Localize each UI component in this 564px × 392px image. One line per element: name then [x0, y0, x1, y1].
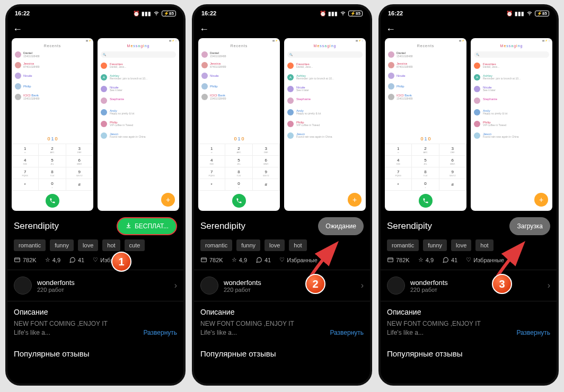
messages-header: Messaging: [98, 42, 179, 49]
tag[interactable]: romantic: [387, 239, 419, 251]
svg-rect-1: [201, 258, 207, 262]
preview-messages[interactable]: ▮▮ ⚡ ⋮ Messaging 🔍 FavoritesDaniel, Jess…: [284, 38, 366, 211]
theme-title: Serendipity: [14, 221, 112, 231]
alarm-icon: ⏰: [320, 11, 326, 16]
description-heading: Описание: [14, 308, 177, 316]
annotation-badge-3: 3: [492, 274, 512, 294]
author-row[interactable]: wonderfonts 220 работ ›: [381, 270, 557, 301]
free-button-label: БЕСПЛАТ...: [135, 222, 169, 230]
status-bar: 16:22 ⏰ ▮▮▮ ⚡85: [7, 6, 183, 20]
theme-title: Serendipity: [200, 221, 314, 231]
compose-fab[interactable]: +: [161, 193, 175, 207]
statusbar-time: 16:22: [388, 10, 403, 16]
annotation-badge-1: 1: [111, 252, 131, 272]
phone-screenshot-3: 16:22 ⏰ ▮▮▮ ⚡85 ← ▮▮ ⚡ Recents Daniel154…: [378, 4, 559, 386]
tag[interactable]: love: [451, 239, 471, 251]
stat-rating: ☆ 4,9: [45, 256, 60, 263]
chevron-right-icon: ›: [548, 281, 550, 290]
messages-search[interactable]: 🔍: [101, 51, 176, 58]
expand-link[interactable]: Развернуть: [330, 328, 364, 337]
back-arrow-icon[interactable]: ←: [199, 24, 209, 35]
download-icon: [125, 222, 132, 230]
annotation-badge-2: 2: [305, 274, 325, 294]
description-line1: NEW FONT COMING ,ENJOY IT: [14, 320, 108, 327]
preview-messages[interactable]: ▮▮ ⚡ ⋮ Messaging 🔍 FavoritesDaniel, Jess…: [471, 38, 552, 211]
chevron-right-icon: ›: [174, 281, 177, 290]
status-bar: 16:22 ⏰ ▮▮▮ ⚡85: [194, 6, 370, 20]
waiting-button[interactable]: Ожидание: [318, 217, 364, 235]
phone-screenshot-2: 16:22 ⏰ ▮▮▮ ⚡85 ← ▮▮ ⚡ Recents Daniel154…: [192, 4, 372, 386]
download-free-button[interactable]: БЕСПЛАТ...: [117, 217, 177, 235]
signal-icon: ▮▮▮: [142, 11, 151, 16]
dialed-digits: 010: [12, 134, 93, 144]
alarm-icon: ⏰: [506, 11, 513, 16]
statusbar-indicators: ⏰ ▮▮▮ ⚡85: [133, 10, 176, 17]
preview-dialer[interactable]: ▮▮ ⚡ Recents Daniel15401028488 Jessica87…: [12, 38, 93, 211]
preview-dialer[interactable]: ▮▮ ⚡ Recents Daniel15401028488 Jessica87…: [198, 38, 280, 211]
statusbar-time: 16:22: [201, 10, 216, 16]
svg-rect-2: [388, 258, 393, 262]
svg-rect-0: [15, 258, 20, 262]
tag[interactable]: love: [265, 239, 285, 251]
tag[interactable]: funny: [50, 239, 74, 251]
stats-row: 782K ☆ 4,9 41 ♡ Избранные: [7, 256, 183, 270]
tag[interactable]: cute: [125, 239, 145, 251]
description-section: Описание NEW FONT COMING ,ENJOY IT Life'…: [7, 301, 183, 344]
chevron-right-icon: ›: [361, 281, 364, 290]
wifi-icon: [153, 10, 160, 17]
battery-icon: ⚡85: [535, 11, 549, 16]
tag[interactable]: funny: [236, 239, 260, 251]
call-button[interactable]: [232, 194, 246, 208]
back-arrow-icon[interactable]: ←: [386, 24, 395, 35]
wifi-icon: [340, 10, 346, 17]
compose-fab[interactable]: +: [348, 193, 362, 207]
preview-messages[interactable]: ▮▮ ⚡ ⋮ Messaging 🔍 FavoritesDaniel, Jess…: [98, 38, 179, 211]
tag[interactable]: romantic: [200, 239, 232, 251]
tag[interactable]: love: [78, 239, 98, 251]
author-works: 220 работ: [37, 287, 169, 293]
stat-comments: 41: [69, 256, 84, 263]
dialpad: 010 1∞ 2ABC 3DEF 4GHI 5JKL 6MNO 7PQRS 8T…: [12, 134, 93, 211]
stat-downloads: 782K: [14, 256, 37, 263]
battery-icon: ⚡85: [162, 11, 176, 16]
statusbar-time: 16:22: [15, 10, 30, 16]
signal-icon: ▮▮▮: [515, 11, 524, 16]
author-name: wonderfonts: [37, 279, 169, 287]
back-arrow-icon[interactable]: ←: [13, 24, 22, 35]
preview-dialer[interactable]: ▮▮ ⚡ Recents Daniel15401028488 Jessica87…: [385, 38, 466, 211]
author-avatar: [14, 277, 32, 295]
phone-screenshot-1: 16:22 ⏰ ▮▮▮ ⚡85 ← ▮▮ ⚡ Recents Daniel154…: [5, 4, 186, 386]
call-button[interactable]: [46, 194, 59, 208]
wifi-icon: [526, 10, 533, 17]
call-button[interactable]: [419, 194, 433, 208]
loading-button-label: Загрузка: [517, 222, 543, 230]
author-row[interactable]: wonderfonts 220 работ ›: [194, 270, 370, 301]
contact-list: Daniel15401028488 Jessica87401028489 Nic…: [12, 49, 93, 102]
description-line2: Life's like a...: [14, 329, 50, 336]
reviews-heading: Популярные отзывы: [7, 344, 183, 358]
messages-list: FavoritesDaniel, Jess... AAshleyReminder…: [98, 60, 179, 141]
tag[interactable]: hot: [475, 239, 493, 251]
author-row[interactable]: wonderfonts 220 работ ›: [7, 270, 183, 301]
dialer-header: Recents: [12, 42, 93, 49]
tag[interactable]: romantic: [14, 239, 46, 251]
status-bar: 16:22 ⏰ ▮▮▮ ⚡85: [381, 6, 557, 20]
expand-link[interactable]: Развернуть: [516, 328, 550, 337]
tag[interactable]: hot: [102, 239, 120, 251]
tags-row: romantic funny love hot cute: [7, 239, 183, 256]
expand-link[interactable]: Развернуть: [143, 328, 177, 337]
alarm-icon: ⏰: [133, 11, 139, 16]
loading-button[interactable]: Загрузка: [509, 217, 550, 235]
battery-icon: ⚡85: [348, 11, 363, 16]
compose-fab[interactable]: +: [534, 193, 548, 207]
signal-icon: ▮▮▮: [328, 11, 338, 16]
waiting-button-label: Ожидание: [325, 222, 356, 230]
tag[interactable]: funny: [423, 239, 447, 251]
tag[interactable]: hot: [289, 239, 306, 251]
theme-title: Serendipity: [387, 221, 505, 231]
nav-back-row: ←: [7, 20, 183, 38]
theme-previews: ▮▮ ⚡ Recents Daniel15401028488 Jessica87…: [7, 38, 183, 211]
